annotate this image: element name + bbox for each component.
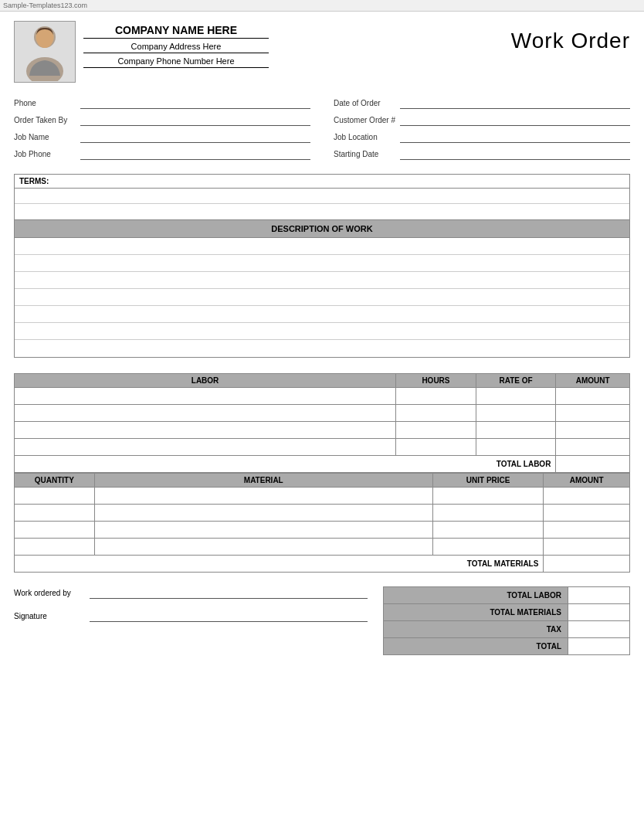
labor-rate-1[interactable]	[476, 388, 556, 405]
job-location-input[interactable]	[400, 131, 630, 143]
phone-input[interactable]	[80, 97, 310, 109]
mat-unit-1[interactable]	[432, 488, 543, 505]
mat-amount-2[interactable]	[544, 505, 630, 522]
phone-label: Phone	[14, 99, 76, 107]
labor-desc-3[interactable]	[15, 422, 396, 439]
mat-qty-4[interactable]	[15, 539, 95, 556]
labor-amount-4[interactable]	[556, 439, 630, 456]
labor-rate-3[interactable]	[476, 422, 556, 439]
mat-desc-3[interactable]	[94, 522, 432, 539]
job-name-input[interactable]	[80, 131, 310, 143]
form-section: Phone Order Taken By Job Name Job Phone	[14, 97, 630, 160]
summary-total-row: TOTAL	[384, 638, 630, 655]
job-phone-input[interactable]	[80, 148, 310, 160]
job-location-row: Job Location	[334, 131, 630, 143]
materials-header-row: QUANTITY MATERIAL UNIT PRICE AMOUNT	[15, 474, 630, 488]
customer-order-input[interactable]	[400, 114, 630, 126]
page-title: Work Order	[511, 21, 630, 53]
labor-hours-2[interactable]	[396, 405, 476, 422]
company-block: COMPANY NAME HERE Company Address Here C…	[14, 21, 269, 83]
description-header: DESCRIPTION OF WORK	[14, 220, 630, 238]
job-phone-row: Job Phone	[14, 148, 310, 160]
mat-row-4	[15, 539, 630, 556]
summary-total-value[interactable]	[568, 638, 630, 655]
total-labor-row: TOTAL LABOR	[15, 456, 630, 473]
job-location-label: Job Location	[334, 133, 395, 141]
job-name-label: Job Name	[14, 133, 76, 141]
labor-desc-1[interactable]	[15, 388, 396, 405]
labor-rate-4[interactable]	[476, 439, 556, 456]
summary-total-labor-value[interactable]	[568, 587, 630, 604]
mat-row-3	[15, 522, 630, 539]
labor-hours-4[interactable]	[396, 439, 476, 456]
mat-amount-3[interactable]	[544, 522, 630, 539]
job-name-row: Job Name	[14, 131, 310, 143]
summary-total-materials-row: TOTAL MATERIALS	[384, 604, 630, 621]
job-phone-label: Job Phone	[14, 150, 76, 158]
labor-row-1	[15, 388, 630, 405]
labor-amount-2[interactable]	[556, 405, 630, 422]
labor-amount-3[interactable]	[556, 422, 630, 439]
mat-qty-3[interactable]	[15, 522, 95, 539]
labor-desc-4[interactable]	[15, 439, 396, 456]
order-taken-by-input[interactable]	[80, 114, 310, 126]
summary-total-materials-value[interactable]	[568, 604, 630, 621]
mat-unit-4[interactable]	[432, 539, 543, 556]
labor-header-row: LABOR HOURS RATE OF AMOUNT	[15, 374, 630, 388]
summary-tax-value[interactable]	[568, 621, 630, 638]
summary-total-labor-label: TOTAL LABOR	[384, 587, 568, 604]
hours-col-header: HOURS	[396, 374, 476, 388]
mat-amount-4[interactable]	[544, 539, 630, 556]
terms-header: TERMS:	[15, 175, 629, 189]
labor-rate-2[interactable]	[476, 405, 556, 422]
labor-desc-2[interactable]	[15, 405, 396, 422]
summary-total-materials-label: TOTAL MATERIALS	[384, 604, 568, 621]
mat-unit-3[interactable]	[432, 522, 543, 539]
mat-unit-2[interactable]	[432, 505, 543, 522]
form-right-col: Date of Order Customer Order # Job Locat…	[334, 97, 630, 160]
summary-tax-label: TAX	[384, 621, 568, 638]
mat-qty-2[interactable]	[15, 505, 95, 522]
mat-desc-1[interactable]	[94, 488, 432, 505]
mat-desc-4[interactable]	[94, 539, 432, 556]
company-name: COMPANY NAME HERE	[83, 24, 269, 39]
rate-col-header: RATE OF	[476, 374, 556, 388]
company-address: Company Address Here	[83, 42, 269, 53]
watermark: Sample-Templates123.com	[0, 0, 644, 12]
mat-row-2	[15, 505, 630, 522]
phone-field-row: Phone	[14, 97, 310, 109]
date-of-order-input[interactable]	[400, 97, 630, 109]
starting-date-input[interactable]	[400, 148, 630, 160]
desc-row-5	[15, 306, 629, 323]
mat-amount-col-header: AMOUNT	[544, 474, 630, 488]
starting-date-label: Starting Date	[334, 150, 395, 158]
total-materials-row: TOTAL MATERIALS	[15, 556, 630, 573]
signature-row: Signature	[14, 610, 368, 622]
labor-hours-1[interactable]	[396, 388, 476, 405]
company-info: COMPANY NAME HERE Company Address Here C…	[83, 21, 269, 71]
total-materials-value[interactable]	[544, 556, 630, 573]
total-materials-label: TOTAL MATERIALS	[432, 556, 543, 573]
summary-tax-row: TAX	[384, 621, 630, 638]
person-icon	[22, 23, 68, 81]
labor-amount-1[interactable]	[556, 388, 630, 405]
desc-row-2	[15, 255, 629, 272]
customer-order-row: Customer Order #	[334, 114, 630, 126]
mat-qty-1[interactable]	[15, 488, 95, 505]
total-labor-label: TOTAL LABOR	[476, 456, 556, 473]
order-taken-by-row: Order Taken By	[14, 114, 310, 126]
labor-hours-3[interactable]	[396, 422, 476, 439]
total-labor-value[interactable]	[556, 456, 630, 473]
terms-row-2	[15, 204, 629, 219]
labor-col-header: LABOR	[15, 374, 396, 388]
summary-section: Work ordered by Signature TOTAL LABOR TO…	[14, 573, 630, 655]
header-section: COMPANY NAME HERE Company Address Here C…	[14, 21, 630, 83]
desc-row-4	[15, 289, 629, 306]
labor-amount-col-header: AMOUNT	[556, 374, 630, 388]
summary-total-label: TOTAL	[384, 638, 568, 655]
mat-desc-2[interactable]	[94, 505, 432, 522]
company-phone: Company Phone Number Here	[83, 56, 269, 68]
mat-amount-1[interactable]	[544, 488, 630, 505]
date-of-order-row: Date of Order	[334, 97, 630, 109]
signature-label: Signature	[14, 612, 83, 620]
